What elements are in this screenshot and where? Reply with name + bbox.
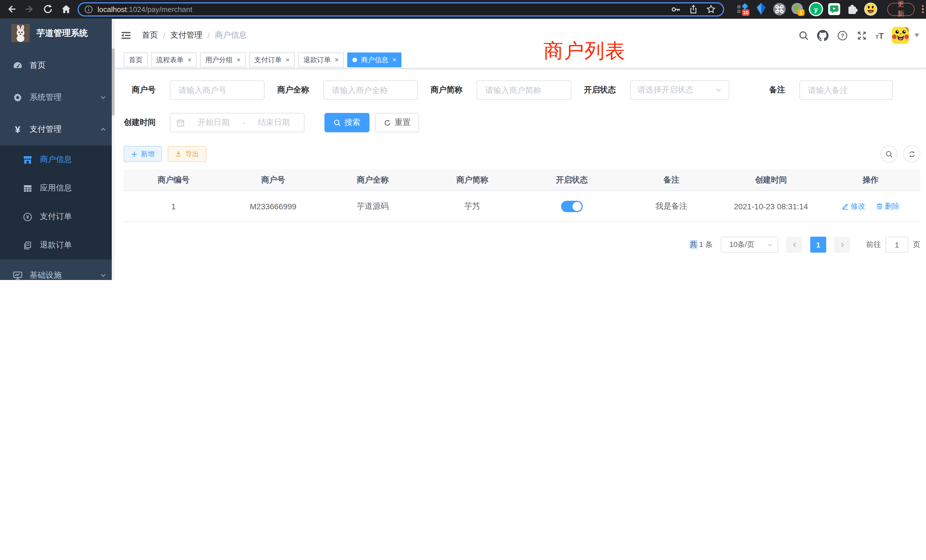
browser-reload-icon[interactable] [42,3,54,15]
page-size-select[interactable]: 10条/页 [721,237,778,253]
delete-link[interactable]: 删除 [876,201,899,211]
browser-toolbar: localhost:1024/pay/merchant 10 [0,0,926,19]
start-date-placeholder: 开始日期 [189,118,238,128]
sidebar-item-infrastructure[interactable]: 基础设施 [0,259,115,280]
tab-payment-orders[interactable]: 支付订单× [249,53,295,67]
browser-forward-icon[interactable] [24,3,35,15]
tab-refund-orders[interactable]: 退款订单× [298,53,344,67]
sidebar-item-system-management[interactable]: 系统管理 [0,82,115,114]
svg-text:1: 1 [800,10,803,15]
sidebar-item-payment-management[interactable]: ¥ 支付管理 [0,114,115,145]
full-name-input[interactable] [331,85,410,95]
table-header: 商户编号 商户号 商户全称 商户简称 开启状态 备注 创建时间 操作 [124,170,920,191]
top-navbar: 首页 / 支付管理 / 商户信息 ? TT [115,19,926,52]
export-button[interactable]: 导出 [168,146,206,162]
tab-home[interactable]: 首页 [124,53,148,67]
extension-yuque-icon[interactable]: y [808,2,823,17]
address-bar[interactable]: localhost:1024/pay/merchant [77,2,724,16]
share-icon[interactable] [688,4,699,14]
sidebar-item-home[interactable]: 首页 [0,50,115,82]
extension-chat-icon[interactable] [827,2,841,17]
tab-close-icon[interactable]: × [237,56,241,64]
cell-status [522,200,622,212]
breadcrumb-home[interactable]: 首页 [142,30,158,41]
refresh-table-button[interactable] [903,145,920,162]
extension-green-dot-icon[interactable]: 1 [790,2,805,17]
status-select[interactable]: 请选择开启状态 [630,80,729,100]
extensions-puzzle-icon[interactable] [845,2,860,17]
calendar-icon [176,118,185,127]
date-range-picker[interactable]: 开始日期 - 结束日期 [170,113,304,132]
breadcrumb-current: 商户信息 [215,30,247,41]
tab-user-group[interactable]: 用户分组× [200,53,246,67]
filter-row-2: 创建时间 开始日期 - 结束日期 搜索 重置 [124,112,920,133]
sidebar-item-refund-orders[interactable]: 退款订单 [0,231,115,259]
sidebar-item-payment-orders[interactable]: ¥ 支付订单 [0,203,115,231]
github-icon[interactable] [817,30,829,41]
short-name-input[interactable] [484,85,564,95]
merchant-no-input[interactable] [177,85,257,95]
site-info-icon[interactable] [85,5,93,14]
yen-circle-icon: ¥ [23,212,32,221]
reset-button[interactable]: 重置 [375,113,419,132]
svg-text:y: y [814,5,818,13]
extension-command-icon[interactable] [772,2,787,17]
extension-blocks-icon[interactable]: 10 [735,2,750,17]
password-key-icon[interactable] [670,4,681,15]
page-number-button[interactable]: 1 [810,237,826,253]
cell-remark: 我是备注 [622,201,721,211]
edit-link[interactable]: 修改 [841,201,865,211]
user-avatar[interactable] [892,27,909,44]
extension-kite-icon[interactable] [754,2,769,17]
tab-merchant-info[interactable]: 商户信息× [347,53,401,67]
search-button[interactable]: 搜索 [324,113,369,132]
short-name-input-wrap [477,80,571,100]
search-icon [334,119,341,126]
remark-input[interactable] [807,85,885,95]
sidebar-scrollbar[interactable] [112,19,115,280]
next-page-button[interactable] [834,237,850,253]
goto-page-input[interactable] [885,237,908,253]
tab-close-icon[interactable]: × [286,56,290,64]
full-name-label: 商户全称 [277,85,309,95]
tab-process-form[interactable]: 流程表单× [151,53,197,67]
browser-update-button[interactable]: 更新 [887,3,915,16]
app-logo[interactable]: 芋道管理系统 [0,19,115,47]
status-toggle[interactable] [561,200,583,212]
browser-home-icon[interactable] [61,3,72,15]
payment-submenu: 商户信息 应用信息 ¥ 支付订单 [0,145,115,259]
show-search-toggle-button[interactable] [881,145,897,162]
refresh-icon [384,119,391,126]
rabbit-logo-icon [11,24,30,42]
sidebar-toggle-icon[interactable] [115,19,138,52]
goto-label: 前往 [866,239,881,250]
sidebar-item-app-info[interactable]: 应用信息 [0,174,115,203]
font-size-icon[interactable]: TT [876,30,884,40]
prev-page-button[interactable] [786,237,802,253]
help-icon[interactable]: ? [837,30,848,41]
merchant-no-input-wrap [170,80,265,100]
pagination: 共 1 条 10条/页 1 前往 页 [124,237,920,270]
scrollbar-thumb[interactable] [112,48,115,116]
tab-close-icon[interactable]: × [335,56,339,64]
chevron-down-icon [767,242,773,248]
avatar-caret-icon[interactable] [915,34,919,37]
svg-text:10: 10 [743,10,748,15]
cell-merchant-no: M233666999 [223,201,323,211]
header-search-icon[interactable] [798,30,809,41]
tab-close-icon[interactable]: × [392,56,396,64]
sidebar-item-merchant-info[interactable]: 商户信息 [0,145,115,174]
browser-menu-icon[interactable] [920,3,926,15]
add-button[interactable]: 新增 [124,146,162,162]
cell-full-name: 芋道源码 [323,201,422,211]
fullscreen-icon[interactable] [856,30,867,41]
extension-emoji-icon[interactable] [863,2,878,17]
svg-text:?: ? [841,32,844,38]
breadcrumb-payment[interactable]: 支付管理 [171,30,203,41]
cell-actions: 修改 删除 [821,201,920,211]
bookmark-star-icon[interactable] [706,4,716,14]
tab-close-icon[interactable]: × [188,56,192,64]
remark-input-wrap [799,80,893,100]
browser-back-icon[interactable] [6,3,17,15]
edit-pen-icon [841,203,849,210]
